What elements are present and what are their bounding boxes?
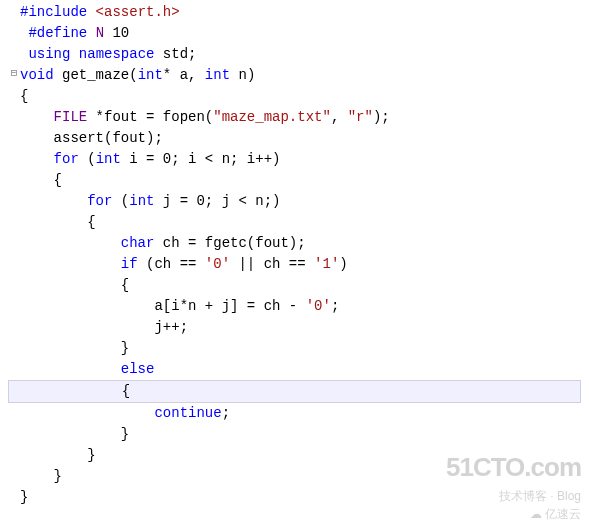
- keyword-token: if: [20, 256, 138, 272]
- code-line: {: [8, 170, 581, 191]
- type-token: void: [20, 67, 54, 83]
- gutter: [8, 359, 20, 376]
- code-line: FILE *fout = fopen("maze_map.txt", "r");: [8, 107, 581, 128]
- string-token: "r": [348, 109, 373, 125]
- code-line: }: [8, 424, 581, 445]
- code-line: }: [8, 466, 581, 487]
- function-name: get_maze(: [54, 67, 138, 83]
- code-text: ;: [222, 405, 230, 421]
- gutter: [8, 191, 20, 208]
- keyword-token: for: [20, 151, 79, 167]
- gutter: [8, 466, 20, 483]
- code-text: i = 0; i < n; i++): [121, 151, 281, 167]
- gutter: [8, 296, 20, 313]
- gutter: [8, 424, 20, 441]
- code-line: using namespace std;: [8, 44, 581, 65]
- code-line: {: [8, 212, 581, 233]
- brace-token: }: [20, 468, 62, 484]
- param-token: * a,: [163, 67, 205, 83]
- char-token: '0': [306, 298, 331, 314]
- code-line: for (int i = 0; i < n; i++): [8, 149, 581, 170]
- gutter: [8, 23, 20, 40]
- code-text: (ch ==: [138, 256, 205, 272]
- gutter: [8, 170, 20, 187]
- brace-token: }: [20, 489, 28, 505]
- preprocessor-token: #include: [20, 4, 87, 20]
- gutter: [8, 44, 20, 61]
- gutter: [8, 317, 20, 334]
- gutter: [8, 149, 20, 166]
- code-line: j++;: [8, 317, 581, 338]
- code-text: j++;: [20, 319, 188, 335]
- code-line: for (int j = 0; j < n;): [8, 191, 581, 212]
- code-line: assert(fout);: [8, 128, 581, 149]
- code-editor: #include <assert.h> #define N 10 using n…: [0, 0, 589, 510]
- code-line: ⊟void get_maze(int* a, int n): [8, 65, 581, 86]
- brace-token: {: [20, 214, 96, 230]
- code-line: if (ch == '0' || ch == '1'): [8, 254, 581, 275]
- keyword-token: continue: [20, 405, 222, 421]
- include-path: <assert.h>: [87, 4, 179, 20]
- type-token: int: [138, 67, 163, 83]
- type-token: FILE: [20, 109, 87, 125]
- brace-token: }: [20, 340, 129, 356]
- code-line: }: [8, 338, 581, 359]
- char-token: '1': [314, 256, 339, 272]
- string-token: "maze_map.txt": [213, 109, 331, 125]
- gutter: [9, 381, 21, 398]
- code-line: else: [8, 359, 581, 380]
- gutter: [8, 212, 20, 229]
- code-line: a[i*n + j] = ch - '0';: [8, 296, 581, 317]
- code-text: ch = fgetc(fout);: [154, 235, 305, 251]
- code-line: #include <assert.h>: [8, 2, 581, 23]
- gutter: [8, 445, 20, 462]
- code-line: char ch = fgetc(fout);: [8, 233, 581, 254]
- gutter: [8, 233, 20, 250]
- brace-token: {: [20, 277, 129, 293]
- type-token: int: [205, 67, 230, 83]
- code-text: j = 0; j < n;): [154, 193, 280, 209]
- code-text: assert(fout);: [20, 130, 163, 146]
- brace-token: }: [20, 447, 96, 463]
- keyword-token: namespace: [70, 46, 154, 62]
- code-text: || ch ==: [230, 256, 314, 272]
- code-line-highlighted: {: [8, 380, 581, 403]
- code-text: ): [339, 256, 347, 272]
- code-text: ,: [331, 109, 348, 125]
- code-line: continue;: [8, 403, 581, 424]
- type-token: char: [20, 235, 154, 251]
- code-text: (: [79, 151, 96, 167]
- identifier-token: std;: [154, 46, 196, 62]
- gutter: [8, 254, 20, 271]
- char-token: '0': [205, 256, 230, 272]
- code-line: {: [8, 86, 581, 107]
- keyword-token: else: [20, 361, 154, 377]
- param-token: n): [230, 67, 255, 83]
- gutter: [8, 338, 20, 355]
- gutter: [8, 86, 20, 103]
- gutter: [8, 487, 20, 504]
- code-text: );: [373, 109, 390, 125]
- keyword-token: for: [20, 193, 112, 209]
- type-token: int: [129, 193, 154, 209]
- gutter: [8, 2, 20, 19]
- brace-token: }: [20, 426, 129, 442]
- collapse-icon[interactable]: ⊟: [8, 65, 20, 82]
- code-text: (: [112, 193, 129, 209]
- gutter: [8, 128, 20, 145]
- brace-token: {: [20, 172, 62, 188]
- brace-token: {: [21, 383, 130, 399]
- code-text: a[i*n + j] = ch -: [20, 298, 306, 314]
- brace-token: {: [20, 88, 28, 104]
- code-text: ;: [331, 298, 339, 314]
- gutter: [8, 107, 20, 124]
- type-token: int: [96, 151, 121, 167]
- preprocessor-token: #define: [20, 25, 96, 41]
- macro-name: N: [96, 25, 104, 41]
- code-line: }: [8, 487, 581, 508]
- code-line: #define N 10: [8, 23, 581, 44]
- gutter: [8, 403, 20, 420]
- keyword-token: using: [20, 46, 70, 62]
- number-token: 10: [104, 25, 129, 41]
- gutter: [8, 275, 20, 292]
